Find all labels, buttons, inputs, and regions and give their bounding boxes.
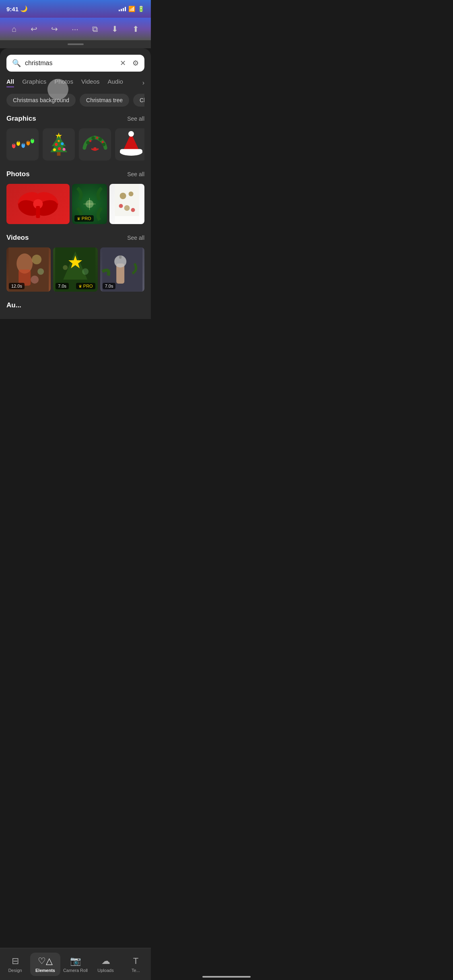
svg-point-16 [58, 147, 61, 150]
download-icon[interactable]: ⬇ [108, 21, 121, 37]
graphic-wreath[interactable] [79, 128, 111, 161]
svg-point-44 [128, 191, 133, 196]
search-input[interactable] [25, 60, 116, 67]
svg-point-47 [131, 208, 135, 212]
redo-icon[interactable]: ↪ [48, 21, 61, 37]
graphics-see-all[interactable]: See all [127, 115, 144, 122]
signal-strength [119, 6, 126, 11]
svg-point-20 [86, 141, 90, 144]
pro-badge-video-2: ♛ PRO [76, 283, 95, 289]
suggestions-row: Christmas background Christmas tree Chri… [6, 94, 144, 107]
pro-badge-green: ♛ PRO [74, 215, 94, 222]
svg-point-15 [61, 142, 64, 145]
more-icon[interactable]: ··· [68, 21, 82, 37]
svg-rect-63 [119, 255, 121, 259]
svg-point-45 [124, 205, 130, 211]
svg-point-21 [91, 136, 95, 140]
toolbar: ⌂ ↩ ↪ ··· ⧉ ⬇ ⬆ [0, 18, 151, 40]
svg-rect-5 [23, 143, 24, 145]
status-icons: 📶 🔋 [119, 6, 144, 12]
video-3[interactable]: 7.0s [100, 247, 144, 292]
svg-rect-1 [13, 143, 14, 145]
share-icon[interactable]: ⬆ [129, 21, 142, 37]
svg-point-53 [37, 268, 44, 275]
svg-point-18 [63, 148, 66, 151]
svg-point-14 [55, 143, 58, 146]
svg-rect-3 [18, 141, 19, 142]
search-panel: 🔍 ✕ ⚙ All Graphics Photos Videos Audio ›… [0, 48, 151, 319]
svg-rect-38 [36, 206, 40, 218]
tabs-row: All Graphics Photos Videos Audio › [6, 78, 144, 88]
status-time: 9:41 🌙 [6, 5, 28, 12]
status-bar: 9:41 🌙 📶 🔋 [0, 0, 151, 18]
svg-point-26 [102, 141, 104, 143]
svg-point-27 [93, 147, 97, 151]
svg-point-23 [102, 143, 106, 146]
search-icon: 🔍 [12, 59, 21, 68]
svg-point-25 [96, 137, 98, 139]
svg-point-24 [89, 140, 91, 142]
svg-rect-31 [120, 149, 142, 153]
photo-white[interactable] [109, 184, 144, 224]
svg-point-30 [128, 131, 134, 137]
battery-icon: 🔋 [138, 6, 144, 12]
tab-audio[interactable]: Audio [108, 78, 123, 87]
drag-handle-area [0, 40, 151, 48]
tab-videos[interactable]: Videos [81, 78, 100, 87]
graphics-row [6, 128, 144, 161]
photos-title: Photos [6, 170, 30, 178]
chip-christmas-tree[interactable]: Christmas tree [80, 94, 129, 107]
graphics-title: Graphics [6, 115, 36, 123]
audio-section-partial: Au... [6, 301, 144, 309]
svg-point-17 [53, 148, 56, 151]
tabs-arrow-icon[interactable]: › [142, 79, 144, 86]
home-icon[interactable]: ⌂ [8, 21, 20, 37]
graphics-section-header: Graphics See all [6, 115, 144, 123]
photo-green[interactable]: ♛ PRO [72, 184, 107, 224]
videos-grid: 12.0s 7.0s ♛ [6, 247, 144, 292]
videos-see-all[interactable]: See all [127, 235, 144, 241]
video-3-duration: 7.0s [103, 283, 116, 289]
filter-icon[interactable]: ⚙ [132, 59, 139, 68]
graphic-santa-hat[interactable] [115, 128, 144, 161]
layers-icon[interactable]: ⧉ [89, 21, 101, 37]
svg-rect-7 [27, 140, 29, 142]
search-bar: 🔍 ✕ ⚙ [6, 55, 144, 72]
wifi-icon: 📶 [128, 6, 135, 12]
graphic-lights[interactable] [6, 128, 39, 161]
video-1-duration: 12.0s [9, 283, 25, 289]
drag-handle-bar [68, 43, 84, 45]
video-2-duration: 7.0s [56, 283, 69, 289]
videos-section-header: Videos See all [6, 234, 144, 242]
photo-ribbon[interactable] [6, 184, 70, 224]
audio-title-partial: Au... [6, 301, 144, 309]
svg-point-52 [32, 255, 41, 264]
tab-graphics[interactable]: Graphics [22, 78, 46, 87]
svg-point-19 [58, 140, 60, 142]
chip-christn[interactable]: Christn... [133, 94, 144, 107]
crown-icon: ♛ [77, 216, 80, 221]
photos-grid: ♛ PRO [6, 184, 144, 224]
moon-icon: 🌙 [20, 5, 28, 12]
clear-icon[interactable]: ✕ [120, 59, 126, 68]
crown-icon-v2: ♛ [78, 284, 82, 288]
svg-point-46 [119, 204, 123, 208]
svg-rect-48 [115, 216, 139, 224]
svg-rect-13 [57, 152, 61, 156]
svg-point-58 [63, 265, 68, 270]
undo-icon[interactable]: ↩ [27, 21, 41, 37]
svg-point-43 [119, 193, 126, 199]
photos-section-header: Photos See all [6, 170, 144, 178]
photos-see-all[interactable]: See all [127, 171, 144, 177]
video-1[interactable]: 12.0s [6, 247, 51, 292]
svg-rect-9 [32, 138, 33, 140]
touch-indicator [47, 79, 68, 100]
svg-point-59 [82, 268, 89, 275]
time-display: 9:41 [6, 6, 19, 12]
video-2[interactable]: 7.0s ♛ PRO [53, 247, 97, 292]
tab-all[interactable]: All [6, 78, 14, 87]
graphic-tree[interactable] [43, 128, 75, 161]
svg-point-22 [99, 138, 102, 141]
svg-point-54 [31, 276, 39, 284]
videos-title: Videos [6, 234, 29, 242]
